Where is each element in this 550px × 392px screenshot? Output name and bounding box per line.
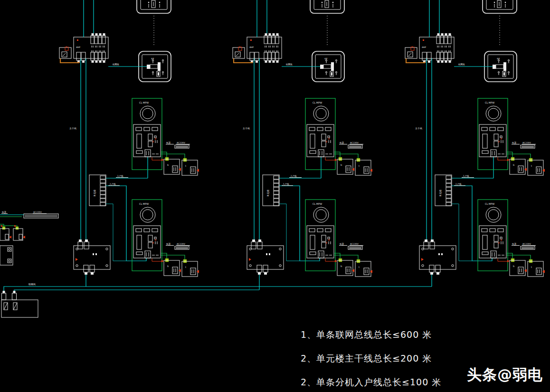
diagram-layer: CL MPW 电源 <box>0 0 550 392</box>
bus-line-a <box>4 287 432 291</box>
note-line-3: 2、单条分机入户线总长≤100 米 <box>301 376 441 389</box>
left-extension-box-2 <box>13 229 25 240</box>
unit-column-1 <box>59 0 199 287</box>
left-terminal-2 <box>16 227 19 229</box>
left-power-label: 电源 <box>2 210 7 213</box>
bus-line-b <box>14 290 259 291</box>
left-power-strip <box>24 214 58 218</box>
network-bus: 联网线 <box>4 283 432 291</box>
left-extension-box-1 <box>0 229 11 240</box>
left-tall-box <box>0 246 13 265</box>
note-line-2: 2、单元楼主干线总长≤200 米 <box>301 353 441 365</box>
bus-junction-box <box>1 291 38 317</box>
left-ac-label: AC220V <box>33 211 42 213</box>
left-edge-group: 电源 AC220V <box>0 210 58 265</box>
left-terminal-1 <box>2 227 5 229</box>
unit-column-3 <box>405 0 545 287</box>
plug-arrow-icon <box>9 236 11 239</box>
plug-arrow-icon <box>23 236 25 239</box>
spec-notes: 1、单条联网总线总长≤600 米 2、单元楼主干线总长≤200 米 2、单条分机… <box>301 329 441 392</box>
bus-label: 联网线 <box>28 283 36 286</box>
watermark: 头条@弱电 <box>467 365 543 385</box>
unit-column-2 <box>233 0 372 287</box>
note-line-1: 1、单条联网总线总长≤600 米 <box>301 329 441 341</box>
cad-wiring-diagram: CL MPW 电源 <box>0 0 550 392</box>
